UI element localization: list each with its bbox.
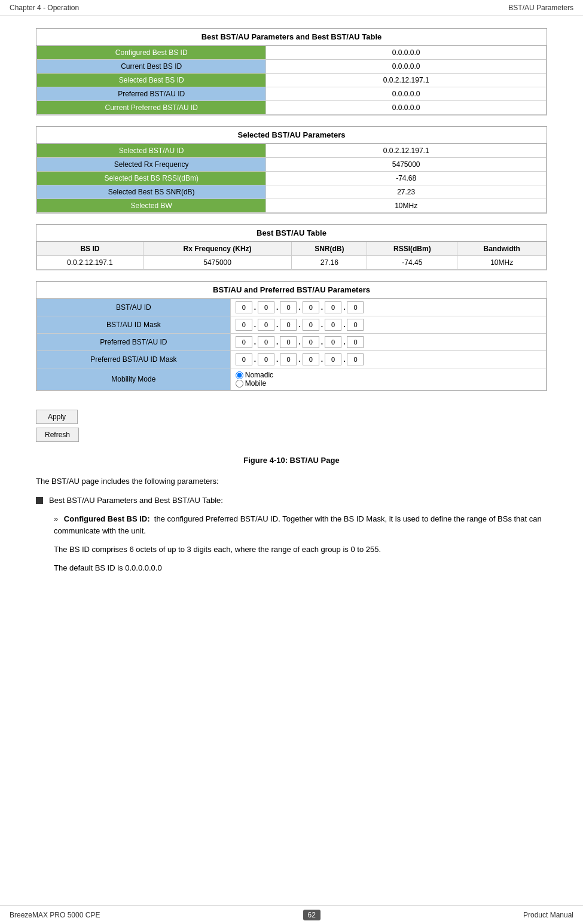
table-row: Selected Best BS ID 0.0.2.12.197.1: [37, 74, 547, 87]
octet-input-0[interactable]: [236, 336, 252, 348]
octet-input-3[interactable]: [303, 353, 319, 365]
octet-input-1[interactable]: [258, 353, 274, 365]
bstau-preferred-title: BST/AU and Preferred BST/AU Parameters: [36, 282, 547, 298]
cell-rx_freq: 5475000: [143, 256, 292, 270]
octet-input-1[interactable]: [258, 336, 274, 348]
octet-input-4[interactable]: [325, 301, 341, 313]
selected-bstau-title: Selected BST/AU Parameters: [36, 127, 547, 144]
table-row: Preferred BST/AU ID 0.0.0.0.0: [37, 87, 547, 101]
param-label: Selected Rx Frequency: [37, 158, 266, 172]
octet-input-2[interactable]: [280, 336, 297, 348]
octet-input-4[interactable]: [325, 319, 341, 331]
dot-separator: .: [343, 338, 345, 346]
dot-separator: .: [276, 303, 278, 312]
bstau-preferred-input-table: BST/AU ID.....BST/AU ID Mask.....Preferr…: [36, 298, 547, 391]
octet-input-4[interactable]: [325, 336, 341, 348]
sub-bullet-3: The default BS ID is 0.0.0.0.0.0: [54, 562, 547, 575]
input-label: BST/AU ID Mask: [37, 316, 231, 334]
mobility-label: Mobility Mode: [37, 368, 231, 391]
octet-input-5[interactable]: [347, 301, 364, 313]
page-header: Chapter 4 - Operation BST/AU Parameters: [0, 0, 583, 16]
dot-separator: .: [321, 321, 323, 329]
mobility-option-nomadic[interactable]: Nomadic: [236, 371, 541, 379]
octet-input-1[interactable]: [258, 319, 274, 331]
input-cell[interactable]: .....: [230, 316, 546, 334]
dot-separator: .: [254, 338, 256, 346]
mobility-option-mobile[interactable]: Mobile: [236, 379, 541, 388]
sub-bullet-1-label: Configured Best BS ID:: [64, 514, 150, 523]
dot-separator: .: [276, 355, 278, 364]
column-header: Bandwidth: [457, 242, 547, 256]
mobility-row: Mobility Mode Nomadic Mobile: [37, 368, 547, 391]
dot-separator: .: [276, 338, 278, 346]
page-content: Best BST/AU Parameters and Best BST/AU T…: [0, 16, 583, 617]
octet-input-1[interactable]: [258, 301, 274, 313]
octet-input-3[interactable]: [303, 319, 319, 331]
octet-input-0[interactable]: [236, 319, 252, 331]
button-area: Apply Refresh: [36, 402, 547, 449]
octet-input-2[interactable]: [280, 319, 297, 331]
octet-input-4[interactable]: [325, 353, 341, 365]
selected-bstau-params: Selected BST/AU ID 0.0.2.12.197.1 Select…: [36, 144, 547, 213]
dot-separator: .: [321, 355, 323, 364]
sub-bullet-2: The BS ID comprises 6 octets of up to 3 …: [54, 544, 547, 556]
octet-input-3[interactable]: [303, 301, 319, 313]
dot-separator: .: [321, 303, 323, 312]
input-row: Preferred BST/AU ID Mask.....: [37, 351, 547, 368]
page-footer: BreezeMAX PRO 5000 CPE 62 Product Manual: [0, 905, 583, 924]
cell-bs_id: 0.0.2.12.197.1: [37, 256, 144, 270]
octet-input-5[interactable]: [347, 353, 364, 365]
column-header: Rx Frequency (KHz): [143, 242, 292, 256]
input-cell[interactable]: .....: [230, 351, 546, 368]
table-row: Selected Rx Frequency 5475000: [37, 158, 547, 172]
cell-bandwidth: 10MHz: [457, 256, 547, 270]
cell-rssi: -74.45: [367, 256, 457, 270]
best-bstau-data-title: Best BST/AU Table: [36, 225, 547, 242]
dot-separator: .: [343, 303, 345, 312]
table-row: Current Preferred BST/AU ID 0.0.0.0.0: [37, 101, 547, 115]
refresh-button[interactable]: Refresh: [36, 428, 79, 442]
dot-separator: .: [343, 321, 345, 329]
octet-input-2[interactable]: [280, 301, 297, 313]
param-label: Selected Best BS ID: [37, 74, 266, 87]
bullet-1-text: Best BST/AU Parameters and Best BST/AU T…: [49, 496, 223, 505]
octet-input-2[interactable]: [280, 353, 297, 365]
dot-separator: .: [254, 303, 256, 312]
octet-input-5[interactable]: [347, 319, 364, 331]
octet-group-1: .....: [236, 319, 364, 331]
table-row: Configured Best BS ID 0.0.0.0.0: [37, 46, 547, 60]
param-value: -74.68: [266, 172, 547, 185]
input-row: BST/AU ID Mask.....: [37, 316, 547, 334]
best-bstau-data-section: Best BST/AU Table BS IDRx Frequency (KHz…: [36, 224, 547, 270]
param-value: 27.23: [266, 185, 547, 199]
dot-separator: .: [321, 338, 323, 346]
param-value: 5475000: [266, 158, 547, 172]
dot-separator: .: [254, 321, 256, 329]
octet-input-0[interactable]: [236, 353, 252, 365]
octet-input-3[interactable]: [303, 336, 319, 348]
column-header: BS ID: [37, 242, 144, 256]
param-label: Selected BST/AU ID: [37, 144, 266, 158]
best-bstau-table-params: Configured Best BS ID 0.0.0.0.0 Current …: [36, 45, 547, 115]
dot-separator: .: [276, 321, 278, 329]
mobility-options-cell[interactable]: Nomadic Mobile: [230, 368, 546, 391]
param-label: Configured Best BS ID: [37, 46, 266, 60]
octet-input-5[interactable]: [347, 336, 364, 348]
column-header: SNR(dB): [292, 242, 367, 256]
table-row: Selected Best BS RSSI(dBm) -74.68: [37, 172, 547, 185]
page-number: 62: [303, 910, 321, 920]
bullet-item-1: Best BST/AU Parameters and Best BST/AU T…: [36, 496, 547, 505]
footer-left: BreezeMAX PRO 5000 CPE: [10, 911, 100, 919]
input-cell[interactable]: .....: [230, 334, 546, 351]
apply-button[interactable]: Apply: [36, 410, 78, 424]
best-bstau-title: Best BST/AU Parameters and Best BST/AU T…: [36, 29, 547, 45]
param-label: Current Preferred BST/AU ID: [37, 101, 266, 115]
figure-caption: Figure 4-10: BST/AU Page: [36, 456, 547, 465]
param-label: Selected Best BS SNR(dB): [37, 185, 266, 199]
input-cell[interactable]: .....: [230, 299, 546, 316]
param-value: 0.0.0.0.0: [266, 101, 547, 115]
table-row: Selected Best BS SNR(dB) 27.23: [37, 185, 547, 199]
dot-separator: .: [254, 355, 256, 364]
dot-separator: .: [298, 303, 300, 312]
octet-input-0[interactable]: [236, 301, 252, 313]
